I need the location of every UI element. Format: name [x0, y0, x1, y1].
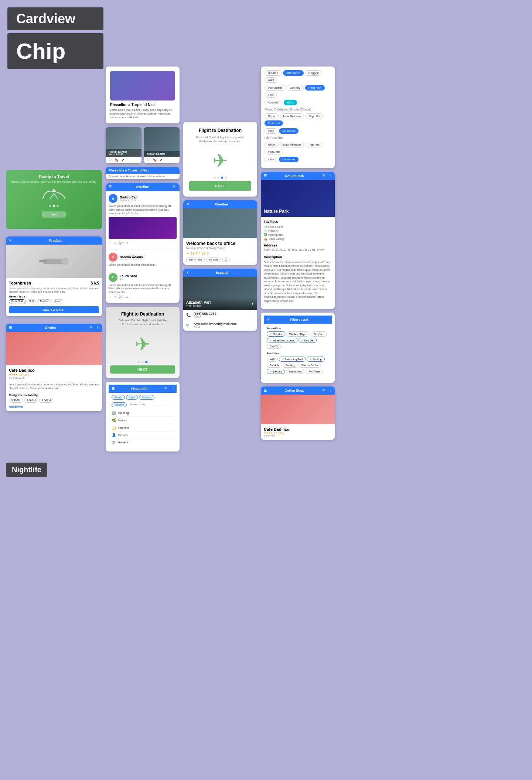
- type-hard[interactable]: Hard: [53, 299, 64, 303]
- search-info-input[interactable]: [128, 402, 174, 407]
- filter-cat[interactable]: Cat OK: [267, 344, 281, 349]
- travel-description: Choose your destination, plan Your trip,…: [11, 180, 96, 184]
- filter-elevator[interactable]: ✓ Elevator: [267, 331, 285, 337]
- divider-card: ☰ Divider 🔍 ⋮ Cafe Badilico ★★★★ 4.7 (31…: [6, 324, 102, 411]
- chip-outline-top-hits[interactable]: Top Hits: [306, 142, 323, 147]
- chip-reggae[interactable]: Reggae: [305, 70, 322, 76]
- type-extra-soft[interactable]: Extra Soft: [9, 299, 25, 303]
- divider-header: ☰ Divider 🔍 ⋮: [6, 324, 102, 332]
- reserve-button[interactable]: RESERVE: [9, 405, 99, 408]
- bookmark-icon-1[interactable]: 🔖: [115, 158, 119, 162]
- heart-icon-2[interactable]: ♡: [147, 158, 150, 162]
- more-icon[interactable]: ⋮: [96, 326, 99, 330]
- close-icon[interactable]: ✕: [9, 239, 12, 242]
- filter-balcony[interactable]: ✓ Balcony: [267, 369, 285, 374]
- filter-bathtub[interactable]: Bathtub: [267, 363, 282, 368]
- turn-on-lights-button[interactable]: Turn on lights: [186, 258, 205, 262]
- photo-chip-beach[interactable]: Beach: [112, 395, 125, 400]
- time-730[interactable]: 7:30PM: [24, 398, 38, 403]
- more-icon-photo[interactable]: ⋮: [170, 387, 174, 391]
- chip-retro[interactable]: Retro: [265, 113, 279, 119]
- add-to-cart-button[interactable]: ADD TO CART: [9, 306, 99, 313]
- filter-swimming-pool[interactable]: ✓ Swimming Pool: [279, 357, 306, 362]
- chip-memories[interactable]: Memories: [279, 128, 299, 134]
- availability-label: Tonight's availability: [9, 394, 99, 397]
- chip-top-hits[interactable]: Top Hits: [306, 113, 323, 119]
- chip-jazz[interactable]: Jazz: [265, 77, 277, 83]
- flight-description: Safe and Comfort flight is our priority.…: [189, 135, 251, 143]
- chip-outline-retro[interactable]: Retro: [265, 142, 279, 147]
- chip-alternative[interactable]: Alternative: [283, 70, 304, 76]
- travel-next-button[interactable]: Next: [42, 211, 66, 218]
- close-icon-filter[interactable]: ✕: [267, 318, 270, 321]
- like-icon-1[interactable]: ♡: [109, 242, 111, 245]
- search-icon-photo[interactable]: 🔍: [164, 387, 168, 391]
- svg-point-3: [61, 258, 69, 265]
- filter-restaurant[interactable]: Restaurant: [286, 369, 304, 374]
- close-weather-button[interactable]: Cl: [222, 258, 230, 262]
- chip-outline-indie[interactable]: Indie: [265, 157, 277, 162]
- search-icon-park[interactable]: 🔍: [322, 174, 326, 178]
- filter-parking[interactable]: Parking: [283, 363, 297, 368]
- share-icon-2[interactable]: ↗: [160, 158, 163, 162]
- photo-chip-night[interactable]: Night: [126, 395, 138, 400]
- filter-fitness[interactable]: Fitness Center: [299, 363, 321, 368]
- set-alarm-button[interactable]: Set alarm: [206, 258, 221, 262]
- share-icon-timeline-3[interactable]: ↗: [114, 296, 116, 299]
- filter-rooftop[interactable]: ✓ Rooftop: [307, 357, 325, 362]
- coffee-header: ☰ Coffee Shop 🔍 ⋮: [261, 386, 335, 395]
- chevron-icon[interactable]: ▼: [251, 302, 254, 306]
- park-header: ☰ Nature Park 🔍 ⋮: [261, 172, 335, 180]
- menu-icon[interactable]: ☰: [9, 326, 12, 330]
- chip-country[interactable]: Country: [287, 85, 304, 91]
- photo-chip-nightlife[interactable]: Nightlife: [112, 402, 127, 407]
- chip-new-release[interactable]: New Release: [280, 113, 304, 119]
- facilities-chips: WiFi ✓ Swimming Pool ✓ Rooftop Bathtub P: [267, 357, 329, 374]
- type-medium[interactable]: Medium: [37, 299, 52, 303]
- park-body: Facilities 🍽 Food & Cafe 🌬 Fresh Air 🅿 P…: [261, 217, 335, 309]
- menu-icon-timeline[interactable]: ☰: [109, 185, 112, 189]
- flight-dest-title: Flight to Destination: [121, 311, 164, 317]
- chip-folk[interactable]: Folk: [265, 92, 277, 98]
- time-800[interactable]: 8:00PM: [39, 398, 53, 403]
- description-section: Description Duis tellus metus, elementum…: [264, 255, 332, 303]
- search-icon[interactable]: 🔍: [89, 326, 93, 330]
- close-icon-weather[interactable]: ✕: [186, 202, 189, 206]
- filter-wifi[interactable]: WiFi: [267, 357, 278, 362]
- menu-icon-coffee[interactable]: ☰: [264, 389, 267, 392]
- chip-outline-memories[interactable]: Memories: [279, 157, 299, 162]
- filter-fireplace[interactable]: Fireplace: [311, 331, 327, 337]
- search-icon-timeline[interactable]: 🔍: [173, 185, 177, 189]
- flight-next-button[interactable]: NEXT: [189, 181, 251, 191]
- filter-hot-water[interactable]: Hot Water: [306, 369, 323, 374]
- chip-hiphop[interactable]: Hip-hop: [265, 70, 282, 76]
- time-530[interactable]: 5:30PM: [9, 398, 23, 403]
- chip-hardrock[interactable]: Hard rock: [305, 85, 325, 91]
- menu-icon-photo[interactable]: ☰: [112, 387, 115, 391]
- heart-icon-1[interactable]: ♡: [109, 158, 112, 162]
- share-icon-1[interactable]: ↗: [122, 158, 125, 162]
- filter-wheelchair[interactable]: ✓ Wheelchair access: [267, 338, 297, 343]
- type-soft[interactable]: Soft: [27, 299, 36, 303]
- flight-dest-next-button[interactable]: Next: [110, 365, 175, 374]
- like-icon-3[interactable]: ♡: [109, 296, 111, 299]
- bookmark-icon-2[interactable]: 🔖: [153, 158, 157, 162]
- chip-edm[interactable]: EDM: [284, 100, 297, 105]
- more-icon-park[interactable]: ⋮: [328, 174, 332, 178]
- chip-outline-new-release[interactable]: New Release: [280, 142, 304, 147]
- chip-outline-featured[interactable]: Featured: [265, 149, 283, 154]
- chip-instrument[interactable]: Instrument: [265, 85, 285, 91]
- photo-chip-moment[interactable]: Moment: [139, 395, 154, 400]
- menu-icon-park[interactable]: ☰: [264, 174, 267, 178]
- close-icon-expand[interactable]: ✕: [186, 271, 189, 275]
- filter-dog[interactable]: ✓ Dog OK: [299, 338, 317, 343]
- more-icon-coffee[interactable]: ⋮: [328, 389, 332, 392]
- cafe-image: [6, 332, 102, 365]
- share-icon-timeline-1[interactable]: ↗: [114, 242, 116, 245]
- chip-indie[interactable]: Indie: [265, 128, 277, 134]
- chip-featured[interactable]: Featured: [265, 120, 283, 126]
- chip-acoustic[interactable]: Acoustic: [265, 100, 282, 105]
- phone-icon: 📞: [186, 313, 191, 317]
- search-icon-coffee[interactable]: 🔍: [322, 389, 326, 392]
- filter-washer[interactable]: Washer / Dryer: [286, 331, 310, 337]
